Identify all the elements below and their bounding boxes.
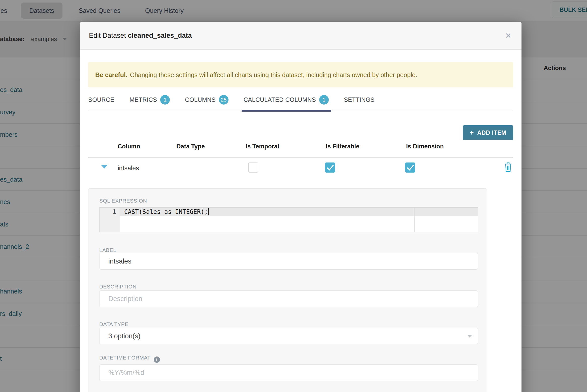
close-icon[interactable]: ✕	[505, 32, 511, 40]
col-header-column: Column	[118, 143, 140, 150]
tab-label: CALCULATED COLUMNS	[244, 96, 316, 103]
is-filterable-checkbox[interactable]	[325, 162, 335, 173]
modal-title-prefix: Edit Dataset	[89, 32, 126, 39]
edit-dataset-modal: Edit Dataset cleaned_sales_data ✕ Be car…	[80, 22, 521, 392]
chevron-down-icon	[467, 335, 472, 338]
page-root: es Datasets Saved Queries Query History …	[0, 0, 587, 392]
tab-count-badge: 25	[219, 95, 229, 105]
col-header-is-filterable: Is Filterable	[326, 143, 359, 150]
datetime-format-input[interactable]	[99, 364, 478, 381]
datetime-format-field-label: DATETIME FORMATi	[99, 355, 160, 363]
description-input[interactable]	[99, 290, 478, 307]
modal-body: Be careful. Changing these settings will…	[80, 62, 521, 111]
data-type-select[interactable]: 3 option(s)	[99, 328, 478, 344]
warning-text: Changing these settings will affect all …	[130, 71, 417, 79]
plus-icon: +	[470, 129, 474, 137]
sql-expression-label: SQL EXPRESSION	[99, 198, 147, 204]
tab-columns[interactable]: COLUMNS 25	[185, 95, 228, 111]
is-temporal-checkbox[interactable]	[248, 162, 258, 173]
col-header-is-dimension: Is Dimension	[406, 143, 444, 150]
warning-bold: Be careful.	[95, 71, 127, 79]
delete-trash-icon[interactable]	[504, 162, 512, 173]
calculated-column-name: intsales	[118, 165, 139, 172]
expand-caret-icon[interactable]	[101, 165, 108, 169]
header-divider	[88, 157, 513, 158]
add-item-button[interactable]: + ADD ITEM	[463, 125, 513, 140]
tab-label: COLUMNS	[185, 96, 215, 103]
info-icon[interactable]: i	[154, 356, 160, 363]
description-field-label: DESCRIPTION	[99, 284, 137, 290]
label-field-label: LABEL	[99, 247, 116, 253]
data-type-selected-value: 3 option(s)	[108, 332, 141, 340]
tab-settings[interactable]: SETTINGS	[344, 95, 375, 111]
data-type-field-label: DATA TYPE	[99, 321, 128, 327]
modal-tabs: SOURCE METRICS 1 COLUMNS 25 CALCULATED C…	[88, 87, 513, 111]
editor-line-number: 1	[100, 208, 116, 215]
tab-count-badge: 1	[160, 95, 170, 105]
tab-label: SETTINGS	[344, 96, 375, 103]
tab-calculated-columns[interactable]: CALCULATED COLUMNS 1	[244, 95, 329, 111]
modal-header: Edit Dataset cleaned_sales_data ✕	[80, 22, 521, 50]
label-input[interactable]	[99, 253, 478, 270]
col-header-is-temporal: Is Temporal	[246, 143, 279, 150]
col-header-data-type: Data Type	[176, 143, 205, 150]
tab-source[interactable]: SOURCE	[88, 95, 114, 111]
modal-title-dataset-name: cleaned_sales_data	[128, 32, 192, 39]
sql-expression-code: CAST(Sales as INTEGER);	[124, 208, 209, 215]
datetime-format-label-text: DATETIME FORMAT	[99, 355, 151, 361]
tab-metrics[interactable]: METRICS 1	[129, 95, 170, 111]
editor-print-margin	[414, 208, 415, 232]
modal-title: Edit Dataset cleaned_sales_data	[89, 32, 192, 40]
is-dimension-checkbox[interactable]	[405, 162, 415, 173]
tab-label: METRICS	[129, 96, 157, 103]
tab-count-badge: 1	[319, 95, 329, 105]
sql-code-editor[interactable]: 1 CAST(Sales as INTEGER);	[99, 207, 478, 232]
warning-banner: Be careful. Changing these settings will…	[88, 62, 513, 87]
calculated-column-detail-panel: SQL EXPRESSION 1 CAST(Sales as INTEGER);…	[88, 188, 487, 392]
add-item-label: ADD ITEM	[477, 129, 506, 136]
tab-label: SOURCE	[88, 96, 114, 103]
